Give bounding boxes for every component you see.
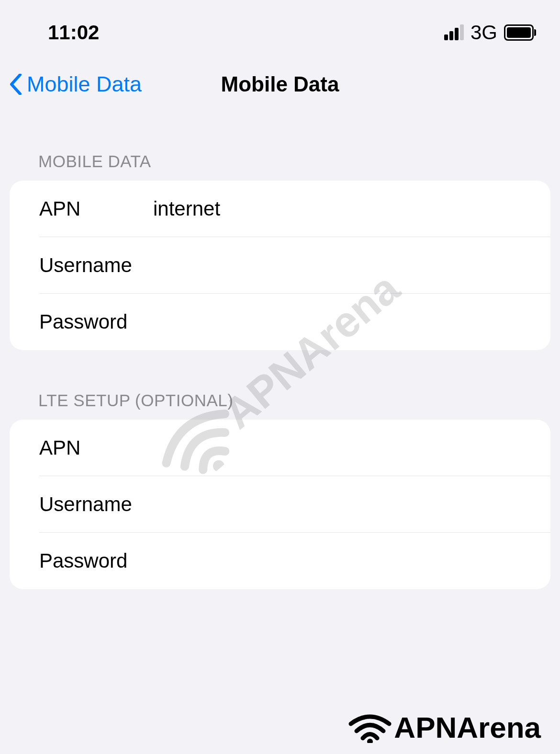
- lte-username-input[interactable]: [153, 493, 521, 516]
- logo-text: APNArena: [394, 710, 541, 744]
- status-time: 11:02: [48, 21, 99, 44]
- field-row-lte-password[interactable]: Password: [10, 533, 550, 589]
- field-row-password[interactable]: Password: [10, 294, 550, 350]
- lte-apn-input[interactable]: [153, 436, 521, 459]
- field-label-lte-username: Username: [39, 493, 153, 516]
- status-bar: 11:02 3G: [0, 0, 560, 48]
- back-button[interactable]: Mobile Data: [10, 72, 142, 97]
- lte-password-input[interactable]: [153, 549, 521, 572]
- field-row-username[interactable]: Username: [10, 237, 550, 294]
- field-row-lte-username[interactable]: Username: [10, 476, 550, 533]
- wifi-icon: [348, 712, 392, 743]
- field-row-apn[interactable]: APN: [10, 181, 550, 237]
- field-label-apn: APN: [39, 197, 153, 220]
- status-indicators: 3G: [444, 21, 536, 44]
- section-header-lte-setup: LTE SETUP (OPTIONAL): [10, 350, 550, 420]
- chevron-left-icon: [10, 74, 22, 95]
- password-input[interactable]: [153, 310, 521, 333]
- network-type-label: 3G: [470, 21, 497, 44]
- username-input[interactable]: [153, 254, 521, 277]
- field-label-lte-apn: APN: [39, 436, 153, 459]
- section-group-lte-setup: APN Username Password: [10, 420, 550, 589]
- bottom-logo: APNArena: [348, 710, 541, 744]
- battery-icon: [504, 24, 536, 41]
- field-row-lte-apn[interactable]: APN: [10, 420, 550, 476]
- page-title: Mobile Data: [221, 72, 339, 96]
- svg-point-1: [367, 739, 373, 743]
- field-label-lte-password: Password: [39, 549, 153, 572]
- section-header-mobile-data: MOBILE DATA: [10, 111, 550, 181]
- section-mobile-data: MOBILE DATA APN Username Password: [10, 111, 550, 350]
- back-label: Mobile Data: [27, 72, 142, 97]
- signal-icon: [444, 24, 464, 40]
- nav-header: Mobile Data Mobile Data: [0, 48, 560, 111]
- section-lte-setup: LTE SETUP (OPTIONAL) APN Username Passwo…: [10, 350, 550, 589]
- apn-input[interactable]: [153, 197, 521, 220]
- section-group-mobile-data: APN Username Password: [10, 181, 550, 350]
- field-label-password: Password: [39, 310, 153, 333]
- field-label-username: Username: [39, 254, 153, 277]
